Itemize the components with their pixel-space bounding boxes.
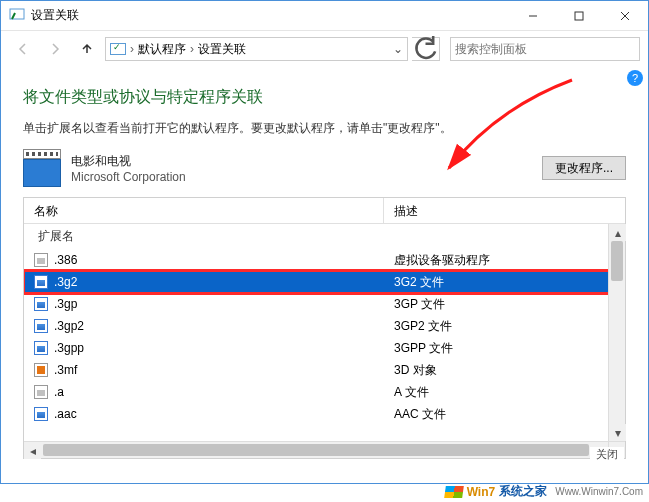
scroll-thumb[interactable] xyxy=(611,241,623,281)
watermark-text: 系统之家 xyxy=(499,483,547,500)
vertical-scrollbar[interactable]: ▴ ▾ xyxy=(608,224,625,441)
chevron-right-icon: › xyxy=(130,42,134,56)
table-row[interactable]: .386虚拟设备驱动程序 xyxy=(24,249,625,271)
breadcrumb-item[interactable]: 设置关联 xyxy=(198,41,246,58)
page-heading: 将文件类型或协议与特定程序关联 xyxy=(23,87,626,108)
page-subtext: 单击扩展名以查看当前打开它的默认程序。要更改默认程序，请单击"更改程序"。 xyxy=(23,120,626,137)
default-program-row: 电影和电视 Microsoft Corporation 更改程序... xyxy=(23,149,626,187)
scroll-down-icon[interactable]: ▾ xyxy=(609,424,626,441)
chevron-right-icon: › xyxy=(190,42,194,56)
list-header: 名称 描述 xyxy=(24,198,625,224)
extension-desc: 3GP 文件 xyxy=(384,296,625,313)
extension-desc: AAC 文件 xyxy=(384,406,625,423)
extension-name: .a xyxy=(54,385,64,399)
close-button[interactable] xyxy=(602,1,648,31)
file-icon xyxy=(34,385,48,399)
content-area: 将文件类型或协议与特定程序关联 单击扩展名以查看当前打开它的默认程序。要更改默认… xyxy=(1,67,648,467)
file-icon xyxy=(34,253,48,267)
extension-name: .3gp2 xyxy=(54,319,84,333)
extension-name: .aac xyxy=(54,407,77,421)
file-icon xyxy=(34,319,48,333)
app-icon xyxy=(9,8,25,24)
forward-button[interactable] xyxy=(41,35,69,63)
scroll-up-icon[interactable]: ▴ xyxy=(609,224,626,241)
extension-name: .3g2 xyxy=(54,275,77,289)
watermark-url: Www.Winwin7.Com xyxy=(555,486,643,497)
table-row[interactable]: .3mf3D 对象 xyxy=(24,359,625,381)
extension-desc: 3GP2 文件 xyxy=(384,318,625,335)
list-body: 扩展名 .386虚拟设备驱动程序.3g23G2 文件.3gp3GP 文件.3gp… xyxy=(24,224,625,442)
watermark: Win7系统之家 Www.Winwin7.Com xyxy=(445,483,643,500)
file-icon xyxy=(34,363,48,377)
extension-name: .3gpp xyxy=(54,341,84,355)
program-vendor: Microsoft Corporation xyxy=(71,170,186,184)
minimize-button[interactable] xyxy=(510,1,556,31)
back-button[interactable] xyxy=(9,35,37,63)
location-icon xyxy=(110,43,126,55)
breadcrumb-item[interactable]: 默认程序 xyxy=(138,41,186,58)
extension-desc: A 文件 xyxy=(384,384,625,401)
group-header: 扩展名 xyxy=(24,224,625,249)
extension-name: .3gp xyxy=(54,297,77,311)
nav-row: › 默认程序 › 设置关联 ⌄ xyxy=(1,31,648,67)
table-row[interactable]: .3gp3GP 文件 xyxy=(24,293,625,315)
file-icon xyxy=(34,275,48,289)
refresh-button[interactable] xyxy=(412,37,440,61)
extension-desc: 3GPP 文件 xyxy=(384,340,625,357)
change-program-button[interactable]: 更改程序... xyxy=(542,156,626,180)
chevron-down-icon[interactable]: ⌄ xyxy=(393,42,403,56)
window-title: 设置关联 xyxy=(31,7,79,24)
table-row[interactable]: .3gpp3GPP 文件 xyxy=(24,337,625,359)
program-name: 电影和电视 xyxy=(71,153,186,170)
table-row[interactable]: .3gp23GP2 文件 xyxy=(24,315,625,337)
hscroll-thumb[interactable] xyxy=(43,444,589,456)
maximize-button[interactable] xyxy=(556,1,602,31)
file-icon xyxy=(34,297,48,311)
windows-flag-icon xyxy=(444,486,464,498)
window: 设置关联 › 默认程序 › 设置关联 ⌄ ? 将文件类型或协议与特定程序关联 单… xyxy=(0,0,649,484)
table-row[interactable]: .3g23G2 文件 xyxy=(24,271,625,293)
address-bar[interactable]: › 默认程序 › 设置关联 ⌄ xyxy=(105,37,408,61)
up-button[interactable] xyxy=(73,35,101,63)
column-name[interactable]: 名称 xyxy=(24,198,384,223)
scroll-left-icon[interactable]: ◂ xyxy=(24,442,41,459)
extension-name: .3mf xyxy=(54,363,77,377)
horizontal-scrollbar[interactable]: ◂ ▸ xyxy=(24,441,608,458)
search-box[interactable] xyxy=(450,37,640,61)
table-row[interactable]: .aA 文件 xyxy=(24,381,625,403)
file-type-list: 名称 描述 扩展名 .386虚拟设备驱动程序.3g23G2 文件.3gp3GP … xyxy=(23,197,626,459)
search-input[interactable] xyxy=(455,42,635,56)
table-row[interactable]: .aacAAC 文件 xyxy=(24,403,625,425)
column-desc[interactable]: 描述 xyxy=(384,198,625,223)
extension-desc: 虚拟设备驱动程序 xyxy=(384,252,625,269)
extension-desc: 3G2 文件 xyxy=(384,274,625,291)
movies-tv-icon xyxy=(23,149,61,187)
file-icon xyxy=(34,407,48,421)
titlebar: 设置关联 xyxy=(1,1,648,31)
watermark-text: Win7 xyxy=(467,485,496,499)
extension-desc: 3D 对象 xyxy=(384,362,625,379)
extension-name: .386 xyxy=(54,253,77,267)
file-icon xyxy=(34,341,48,355)
svg-rect-2 xyxy=(575,12,583,20)
close-bottom-button[interactable]: 关闭 xyxy=(590,447,624,463)
